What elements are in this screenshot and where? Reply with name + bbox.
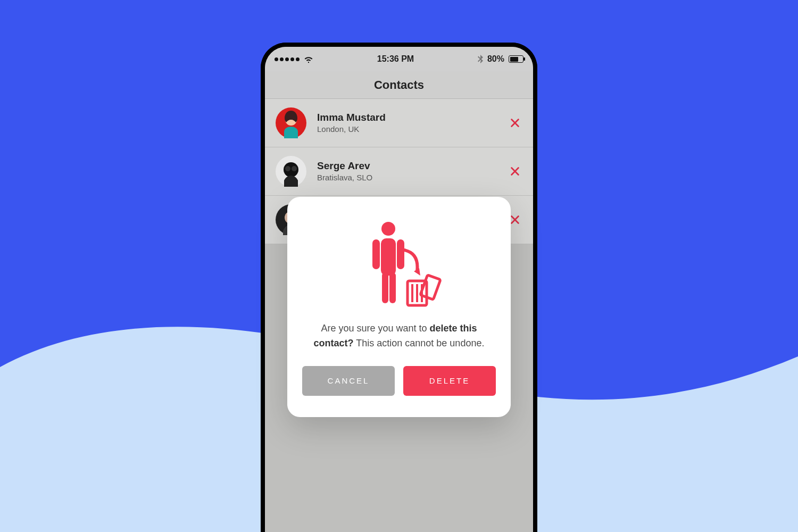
dialog-message: Are you sure you want to delete this con…	[302, 321, 496, 366]
statusbar: 15:36 PM 80%	[265, 47, 533, 71]
contact-row[interactable]: Serge Arev Bratislava, SLO	[265, 147, 533, 196]
dialog-actions: CANCEL DELETE	[302, 366, 496, 396]
stage: 15:36 PM 80% Contacts	[0, 0, 798, 532]
delete-contact-button[interactable]	[508, 164, 522, 179]
contact-location: London, UK	[317, 124, 508, 134]
contact-text: Serge Arev Bratislava, SLO	[317, 160, 508, 183]
battery-icon	[509, 55, 523, 63]
close-icon	[509, 165, 521, 177]
wifi-icon	[304, 54, 313, 64]
svg-rect-18	[420, 275, 440, 300]
throw-away-person-icon	[356, 218, 442, 309]
close-icon	[509, 214, 521, 226]
svg-point-8	[381, 222, 395, 236]
dialog-msg-part: This action cannot be undone.	[354, 338, 485, 348]
avatar	[276, 156, 306, 187]
svg-rect-13	[389, 272, 396, 303]
svg-point-5	[292, 166, 297, 171]
close-icon	[509, 117, 521, 129]
svg-point-4	[285, 166, 290, 171]
clock-time: 15:36 PM	[377, 54, 414, 64]
battery-percent: 80%	[487, 54, 504, 64]
signal-strength-icon	[275, 57, 300, 61]
page-title: Contacts	[265, 71, 533, 99]
status-left	[275, 54, 313, 64]
delete-confirm-dialog: Are you sure you want to delete this con…	[287, 197, 511, 417]
svg-rect-10	[372, 239, 380, 269]
contact-row[interactable]: Imma Mustard London, UK	[265, 99, 533, 147]
status-right: 80%	[478, 54, 523, 64]
contact-text: Imma Mustard London, UK	[317, 112, 508, 135]
cancel-button[interactable]: CANCEL	[302, 366, 395, 396]
avatar	[276, 107, 306, 138]
svg-rect-11	[397, 239, 404, 269]
contact-name: Serge Arev	[317, 160, 508, 172]
contact-name: Imma Mustard	[317, 112, 508, 124]
svg-rect-9	[381, 238, 396, 276]
delete-contact-button[interactable]	[508, 115, 522, 130]
bluetooth-icon	[478, 55, 483, 63]
svg-rect-12	[382, 272, 388, 303]
contact-location: Bratislava, SLO	[317, 173, 508, 182]
dialog-msg-part: Are you sure you want to	[321, 323, 429, 334]
delete-button[interactable]: DELETE	[403, 366, 496, 396]
